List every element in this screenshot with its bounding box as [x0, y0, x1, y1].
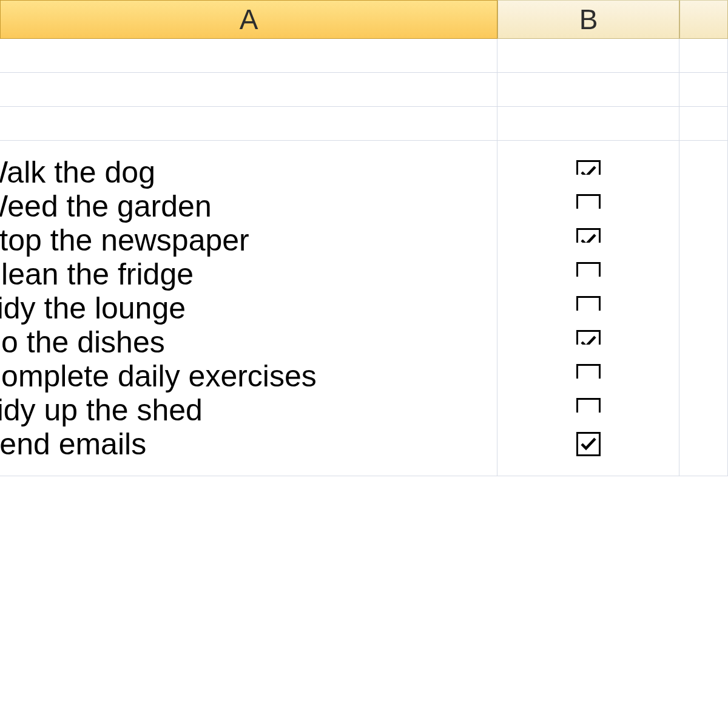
- checkbox[interactable]: [576, 432, 601, 456]
- cell-c[interactable]: [679, 73, 728, 107]
- cell-text: Tidy the lounge: [0, 291, 186, 326]
- cell-text: Tidy up the shed: [0, 393, 203, 428]
- cell-b[interactable]: [497, 413, 679, 476]
- cell-text: Weed the garden: [0, 189, 212, 224]
- cell-text: Clean the fridge: [0, 257, 194, 292]
- column-header-a[interactable]: A: [0, 0, 497, 39]
- cell-a[interactable]: [0, 73, 497, 107]
- cell-text: Do the dishes: [0, 325, 165, 360]
- cell-c[interactable]: [679, 107, 728, 141]
- cell-c[interactable]: [679, 413, 728, 476]
- cell-text: Stop the newspaper: [0, 223, 249, 258]
- column-header-c[interactable]: [679, 0, 728, 39]
- cell-text: Complete daily exercises: [0, 359, 317, 394]
- cell-b[interactable]: [497, 73, 679, 107]
- column-header-b[interactable]: B: [497, 0, 679, 39]
- check-icon: [580, 437, 597, 451]
- column-header-row: A B: [0, 0, 728, 39]
- cell-text: Walk the dog: [0, 155, 155, 190]
- cell-c[interactable]: [679, 39, 728, 73]
- spreadsheet-grid: Walk the dogWeed the gardenStop the news…: [0, 39, 728, 447]
- cell-b[interactable]: [497, 39, 679, 73]
- cell-text: Send emails: [0, 426, 146, 462]
- cell-a[interactable]: [0, 39, 497, 73]
- cell-b[interactable]: [497, 107, 679, 141]
- cell-a[interactable]: [0, 107, 497, 141]
